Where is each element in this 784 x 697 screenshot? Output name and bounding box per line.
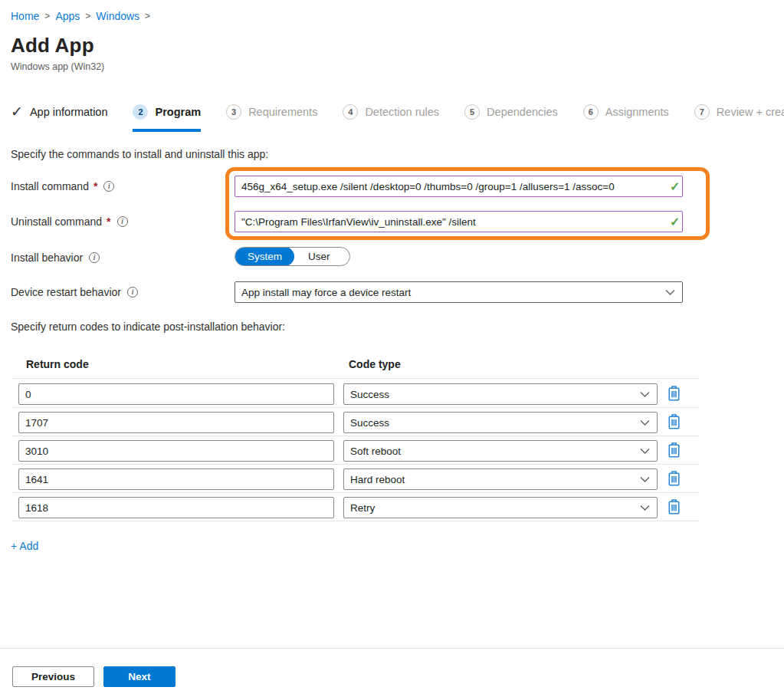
install-command-input[interactable] <box>235 176 683 197</box>
step-number-badge: 7 <box>694 104 710 120</box>
label-text: Device restart behavior <box>11 286 121 298</box>
breadcrumb-separator-icon: > <box>145 11 150 21</box>
next-button[interactable]: Next <box>103 666 175 687</box>
label-text: Install command <box>11 180 89 192</box>
info-icon[interactable]: i <box>117 216 128 227</box>
code-type-select[interactable]: Success <box>343 383 658 405</box>
chevron-down-icon <box>640 445 650 457</box>
breadcrumb-apps[interactable]: Apps <box>55 10 80 22</box>
step-label: Dependencies <box>487 106 558 118</box>
selected-option-text: Success <box>350 389 389 400</box>
device-restart-behavior-label: Device restart behaviori <box>11 281 138 303</box>
uninstall-command-input[interactable] <box>235 211 683 232</box>
table-divider <box>12 521 700 521</box>
chevron-down-icon <box>640 474 650 485</box>
delete-row-button[interactable] <box>666 384 682 405</box>
return-code-input[interactable] <box>18 497 334 518</box>
step-label: Detection rules <box>365 106 439 118</box>
toggle-option-user[interactable]: User <box>294 247 344 266</box>
label-text: Install behavior <box>11 252 83 264</box>
step-label: Assignments <box>605 106 669 118</box>
table-divider <box>12 436 700 436</box>
delete-row-button[interactable] <box>666 441 682 462</box>
table-divider <box>12 407 700 408</box>
info-icon[interactable]: i <box>127 287 138 298</box>
breadcrumb: Home > Apps > Windows > <box>11 10 150 22</box>
install-behavior-label: Install behaviori <box>11 247 100 268</box>
breadcrumb-windows[interactable]: Windows <box>96 10 139 22</box>
step-label: App information <box>30 106 108 118</box>
step-number-badge: 5 <box>464 104 480 120</box>
footer-divider <box>0 648 784 649</box>
info-icon[interactable]: i <box>89 252 100 263</box>
return-code-row: Retry <box>12 497 700 518</box>
trash-icon <box>668 499 681 517</box>
step-label: Review + create <box>717 106 784 118</box>
delete-row-button[interactable] <box>666 498 682 518</box>
table-divider <box>12 378 700 379</box>
page-title: Add App <box>11 34 94 58</box>
required-asterisk: * <box>93 180 97 192</box>
trash-icon <box>668 386 681 403</box>
code-type-select[interactable]: Hard reboot <box>343 469 658 490</box>
trash-icon <box>668 471 681 488</box>
wizard-steps: ✓ App information 2 Program 3 Requiremen… <box>11 104 784 132</box>
return-code-row: Success <box>12 412 700 433</box>
install-behavior-toggle: System User <box>235 247 350 266</box>
breadcrumb-separator-icon: > <box>85 11 90 21</box>
return-codes-heading: Specify return codes to indicate post-in… <box>11 321 285 333</box>
selected-option-text: Success <box>350 417 389 429</box>
step-program[interactable]: 2 Program <box>133 104 201 132</box>
add-return-code-link[interactable]: + Add <box>11 540 38 552</box>
completed-check-icon: ✓ <box>11 104 23 120</box>
step-label: Program <box>155 106 201 118</box>
trash-icon <box>668 442 681 460</box>
delete-row-button[interactable] <box>666 413 682 433</box>
label-text: Uninstall command <box>11 215 102 228</box>
step-label: Requirements <box>248 106 317 118</box>
code-type-select[interactable]: Retry <box>343 497 658 518</box>
table-divider <box>12 464 700 465</box>
previous-button[interactable]: Previous <box>12 666 94 687</box>
selected-option-text: App install may force a device restart <box>241 287 411 298</box>
trash-icon <box>668 414 681 432</box>
chevron-down-icon <box>640 502 650 514</box>
return-code-row: Soft reboot <box>12 440 700 462</box>
toggle-option-system[interactable]: System <box>235 247 294 266</box>
selected-option-text: Soft reboot <box>350 445 401 457</box>
return-code-input[interactable] <box>18 412 334 433</box>
valid-check-icon: ✓ <box>670 215 680 229</box>
step-number-badge: 2 <box>133 104 148 120</box>
code-type-column-header: Code type <box>349 358 401 370</box>
step-number-badge: 6 <box>583 104 599 120</box>
info-icon[interactable]: i <box>103 181 114 192</box>
selected-option-text: Retry <box>350 502 375 514</box>
step-number-badge: 4 <box>343 104 358 120</box>
code-type-select[interactable]: Soft reboot <box>343 440 658 462</box>
step-assignments[interactable]: 6 Assignments <box>583 104 669 132</box>
return-code-row: Hard reboot <box>12 469 700 490</box>
step-app-information[interactable]: ✓ App information <box>11 104 107 132</box>
device-restart-behavior-select[interactable]: App install may force a device restart <box>235 281 683 303</box>
table-divider <box>12 492 700 493</box>
return-code-input[interactable] <box>18 469 334 490</box>
install-command-label: Install command*i <box>11 176 114 197</box>
return-code-input[interactable] <box>18 383 334 405</box>
step-detection-rules[interactable]: 4 Detection rules <box>343 104 439 132</box>
breadcrumb-home[interactable]: Home <box>11 10 39 22</box>
step-review-create[interactable]: 7 Review + create <box>694 104 784 132</box>
selected-option-text: Hard reboot <box>350 474 405 485</box>
delete-row-button[interactable] <box>666 469 682 490</box>
code-type-select[interactable]: Success <box>343 412 658 433</box>
step-requirements[interactable]: 3 Requirements <box>226 104 317 132</box>
return-code-input[interactable] <box>18 440 334 462</box>
page-subtitle: Windows app (Win32) <box>11 61 104 72</box>
chevron-down-icon <box>665 287 675 298</box>
step-number-badge: 3 <box>226 104 241 120</box>
return-code-row: Success <box>12 383 700 405</box>
chevron-down-icon <box>640 417 650 429</box>
commands-heading: Specify the commands to install and unin… <box>11 148 268 160</box>
step-dependencies[interactable]: 5 Dependencies <box>464 104 558 132</box>
add-app-page: Home > Apps > Windows > Add App Windows … <box>0 0 784 697</box>
return-code-column-header: Return code <box>26 358 89 370</box>
